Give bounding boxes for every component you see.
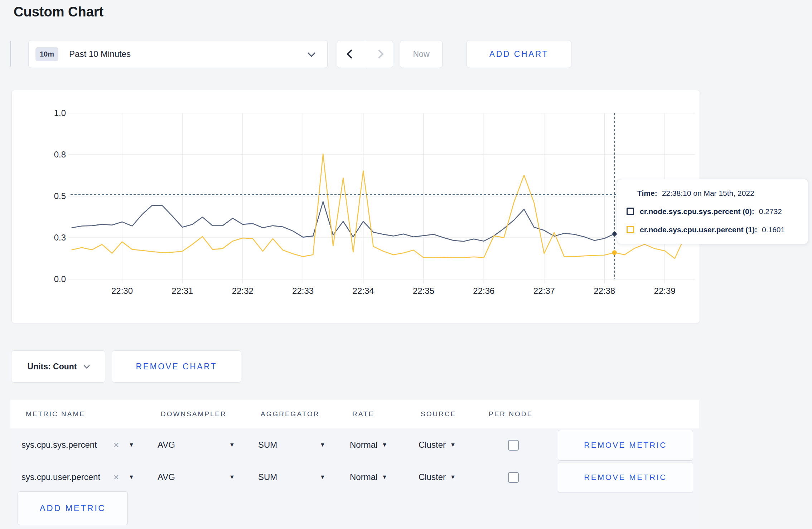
source-value: Cluster [419, 472, 446, 482]
per-node-checkbox[interactable] [508, 472, 519, 483]
x-tick-label: 22:34 [338, 286, 388, 296]
rate-value: Normal [350, 440, 377, 450]
source-value: Cluster [419, 440, 446, 450]
series-0-swatch-icon [627, 208, 634, 215]
clear-metric-icon[interactable]: × [113, 430, 119, 460]
time-back-button[interactable] [337, 40, 365, 68]
x-tick-label: 22:39 [640, 286, 690, 296]
chevron-down-icon [308, 49, 316, 57]
column-header: DOWNSAMPLER [161, 400, 227, 428]
metric-caret-icon[interactable]: ▼ [129, 462, 134, 492]
remove-metric-button[interactable]: REMOVE METRIC [558, 430, 693, 461]
chevron-down-icon [84, 363, 90, 369]
source-caret-icon: ▼ [450, 442, 456, 448]
downsampler-caret-icon[interactable]: ▼ [229, 462, 235, 492]
y-tick-label: 0.0 [37, 274, 66, 284]
source-caret-icon: ▼ [450, 474, 456, 480]
remove-chart-button[interactable]: REMOVE CHART [112, 350, 241, 383]
add-chart-button[interactable]: ADD CHART [467, 40, 571, 68]
y-tick-label: 0.8 [37, 150, 66, 160]
x-tick-label: 22:37 [519, 286, 569, 296]
metric-name-value[interactable]: sys.cpu.user.percent [21, 462, 100, 492]
time-range-dropdown[interactable]: 10m Past 10 Minutes [28, 40, 328, 68]
per-node-checkbox[interactable] [508, 440, 519, 451]
x-tick-label: 22:36 [459, 286, 509, 296]
x-tick-label: 22:35 [398, 286, 449, 296]
source-select[interactable]: Cluster ▼ [419, 462, 456, 492]
x-tick-label: 22:31 [157, 286, 207, 296]
chevron-left-icon [347, 49, 356, 58]
tooltip-series-row: cr.node.sys.cpu.sys.percent (0): 0.2732 [617, 207, 808, 216]
tooltip-series-row: cr.node.sys.cpu.user.percent (1): 0.1601 [617, 225, 808, 234]
metrics-table-body: ADD METRIC sys.cpu.sys.percent × ▼ AVG ▼… [10, 428, 699, 529]
series-1-swatch-icon [627, 226, 634, 233]
x-tick-label: 22:38 [579, 286, 629, 296]
series-line-0 [72, 202, 685, 241]
rate-select[interactable]: Normal ▼ [350, 462, 387, 492]
rate-caret-icon: ▼ [382, 474, 387, 480]
aggregator-value[interactable]: SUM [258, 430, 277, 460]
tooltip-series-0-label: cr.node.sys.cpu.sys.percent (0): [640, 207, 754, 216]
rate-value: Normal [350, 472, 377, 482]
aggregator-value[interactable]: SUM [258, 462, 277, 492]
chart-card: 0.00.30.50.81.0 22:3022:3122:3222:3322:3… [11, 90, 700, 323]
downsampler-caret-icon[interactable]: ▼ [229, 430, 235, 460]
tooltip-time-row: Time: 22:38:10 on Mar 15th, 2022 [617, 189, 808, 198]
aggregator-caret-icon[interactable]: ▼ [320, 462, 325, 492]
time-window-badge: 10m [35, 47, 58, 61]
now-button[interactable]: Now [400, 40, 443, 68]
downsampler-value[interactable]: AVG [158, 430, 175, 460]
chart-tooltip: Time: 22:38:10 on Mar 15th, 2022 cr.node… [617, 179, 808, 244]
time-window-label: Past 10 Minutes [69, 49, 131, 59]
column-header: RATE [352, 400, 374, 428]
time-nav-group [337, 40, 393, 68]
column-header: METRIC NAME [26, 400, 85, 428]
x-tick-label: 22:32 [218, 286, 268, 296]
downsampler-value[interactable]: AVG [158, 462, 175, 492]
metrics-table-header: METRIC NAMEDOWNSAMPLERAGGREGATORRATESOUR… [10, 400, 699, 428]
page-title: Custom Chart [14, 4, 103, 20]
metric-caret-icon[interactable]: ▼ [129, 430, 134, 460]
x-tick-label: 22:33 [278, 286, 328, 296]
aggregator-caret-icon[interactable]: ▼ [320, 430, 325, 460]
tooltip-series-1-label: cr.node.sys.cpu.user.percent (1): [640, 225, 757, 234]
clear-metric-icon[interactable]: × [113, 462, 119, 492]
cursor-dot-series-1 [612, 250, 617, 255]
tooltip-series-1-value: 0.1601 [762, 225, 785, 234]
chevron-right-icon [374, 49, 383, 58]
metric-name-value[interactable]: sys.cpu.sys.percent [21, 430, 97, 460]
remove-metric-button[interactable]: REMOVE METRIC [558, 462, 693, 493]
series-line-1 [72, 154, 685, 258]
tooltip-time-value: 22:38:10 on Mar 15th, 2022 [662, 189, 754, 198]
column-header: SOURCE [421, 400, 456, 428]
time-forward-button[interactable] [365, 40, 393, 68]
rate-caret-icon: ▼ [382, 442, 387, 448]
custom-chart-page: Custom Chart 10m Past 10 Minutes Now ADD… [0, 0, 812, 529]
tooltip-time-label: Time: [637, 189, 657, 198]
units-dropdown[interactable]: Units: Count [11, 350, 105, 383]
column-header: AGGREGATOR [261, 400, 319, 428]
toolbar-separator [10, 41, 11, 67]
rate-select[interactable]: Normal ▼ [350, 430, 387, 460]
y-tick-label: 0.3 [37, 233, 66, 243]
metric-table-row: sys.cpu.user.percent × ▼ AVG ▼ SUM ▼ Nor… [10, 462, 699, 492]
x-tick-label: 22:30 [97, 286, 147, 296]
column-header: PER NODE [489, 400, 533, 428]
cursor-dot-series-0 [612, 232, 617, 236]
add-metric-button[interactable]: ADD METRIC [18, 491, 128, 525]
tooltip-series-0-value: 0.2732 [759, 207, 782, 216]
units-label: Units: Count [28, 362, 77, 372]
metric-table-row: sys.cpu.sys.percent × ▼ AVG ▼ SUM ▼ Norm… [10, 430, 699, 460]
y-tick-label: 1.0 [37, 108, 66, 118]
source-select[interactable]: Cluster ▼ [419, 430, 456, 460]
y-tick-label: 0.5 [37, 191, 66, 201]
